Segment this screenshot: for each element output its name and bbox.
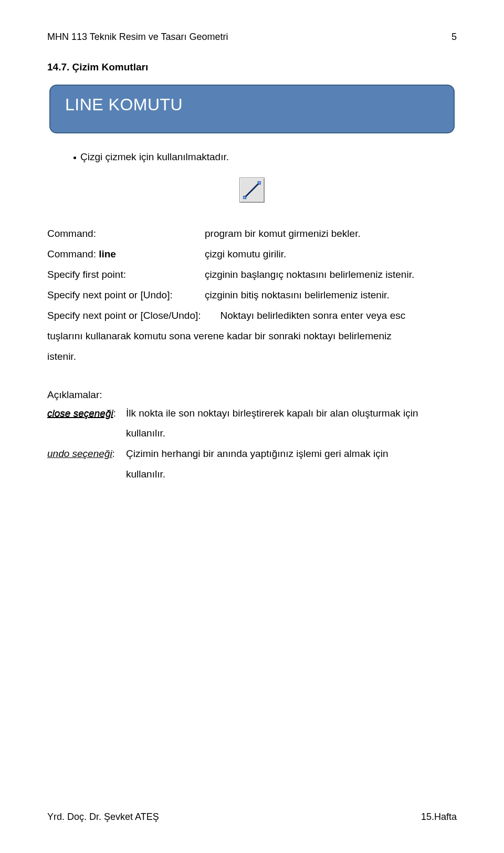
page-root: MHN 113 Teknik Resim ve Tasarı Geometri … xyxy=(0,0,504,853)
cmd-prefix: Command: xyxy=(47,248,99,259)
cmd-keyword: line xyxy=(99,248,116,259)
cmd-desc: program bir komut girmenizi bekler. xyxy=(205,224,457,244)
section-heading: 14.7. Çizim Komutları xyxy=(47,61,457,73)
cmd-row-2: Command: line çizgi komutu girilir. xyxy=(47,244,457,265)
course-title: MHN 113 Teknik Resim ve Tasarı Geometri xyxy=(47,32,228,43)
svg-rect-1 xyxy=(243,196,246,199)
cmd-row-4: Specify next point or [Undo]: çizginin b… xyxy=(47,285,457,306)
cmd-desc: Noktayı belirledikten sonra enter veya e… xyxy=(220,310,406,321)
cmd-prompt: Specify next point or [Undo]: xyxy=(47,285,205,306)
page-footer: Yrd. Doç. Dr. Şevket ATEŞ 15.Hafta xyxy=(47,812,457,823)
undo-option: undo seçeneği: Çizimin herhangi bir anın… xyxy=(47,444,457,485)
close-option: close seçeneği: İlk nokta ile son noktay… xyxy=(47,403,457,444)
cmd-row-6: tuşlarını kullanarak komutu sona verene … xyxy=(47,326,457,347)
svg-rect-2 xyxy=(258,181,261,184)
undo-option-label: undo seçeneği xyxy=(47,448,112,459)
colon: : xyxy=(113,408,116,419)
close-option-text: İlk nokta ile son noktayı birleştirerek … xyxy=(126,403,457,444)
cmd-row-3: Specify first point: çizginin başlangıç … xyxy=(47,265,457,285)
explanations-heading: Açıklamalar: xyxy=(47,389,457,401)
cmd-prompt: Specify next point or [Close/Undo]: xyxy=(47,310,201,321)
footer-author: Yrd. Doç. Dr. Şevket ATEŞ xyxy=(47,812,159,823)
callout-title: LINE KOMUTU xyxy=(65,95,439,115)
bullet-text: Çizgi çizmek için kullanılmaktadır. xyxy=(80,151,229,163)
page-header: MHN 113 Teknik Resim ve Tasarı Geometri … xyxy=(47,32,457,43)
svg-line-0 xyxy=(245,183,259,197)
bullet-dot-icon xyxy=(74,157,76,159)
cmd-desc: çizginin başlangıç noktasını belirlemeni… xyxy=(205,265,457,285)
bullet-item: Çizgi çizmek için kullanılmaktadır. xyxy=(74,151,457,163)
command-listing: Command: program bir komut girmenizi bek… xyxy=(47,224,457,367)
cmd-prompt: Specify first point: xyxy=(47,265,205,285)
colon: : xyxy=(112,448,115,459)
page-number: 5 xyxy=(452,32,457,43)
cmd-prompt: Command: line xyxy=(47,244,205,265)
cmd-row-7: istenir. xyxy=(47,347,457,367)
undo-option-line2: kullanılır. xyxy=(126,464,457,485)
tool-icon-row xyxy=(47,178,457,203)
footer-week: 15.Hafta xyxy=(421,812,457,823)
line-tool-icon xyxy=(239,178,265,203)
line-tool-svg-icon xyxy=(243,181,261,199)
close-option-label: close seçeneği xyxy=(47,408,113,419)
cmd-desc: çizginin bitiş noktasını belirlemeniz is… xyxy=(205,285,457,306)
cmd-row-5: Specify next point or [Close/Undo]: Nokt… xyxy=(47,306,457,326)
command-callout: LINE KOMUTU xyxy=(49,85,455,133)
cmd-prompt: Command: xyxy=(47,224,205,244)
close-option-line2: kullanılır. xyxy=(126,423,457,444)
cmd-row-1: Command: program bir komut girmenizi bek… xyxy=(47,224,457,244)
undo-option-text: Çizimin herhangi bir anında yaptığınız i… xyxy=(126,444,457,485)
cmd-desc: çizgi komutu girilir. xyxy=(205,244,457,265)
close-option-line1: İlk nokta ile son noktayı birleştirerek … xyxy=(126,403,457,424)
undo-option-line1: Çizimin herhangi bir anında yaptığınız i… xyxy=(126,444,457,464)
